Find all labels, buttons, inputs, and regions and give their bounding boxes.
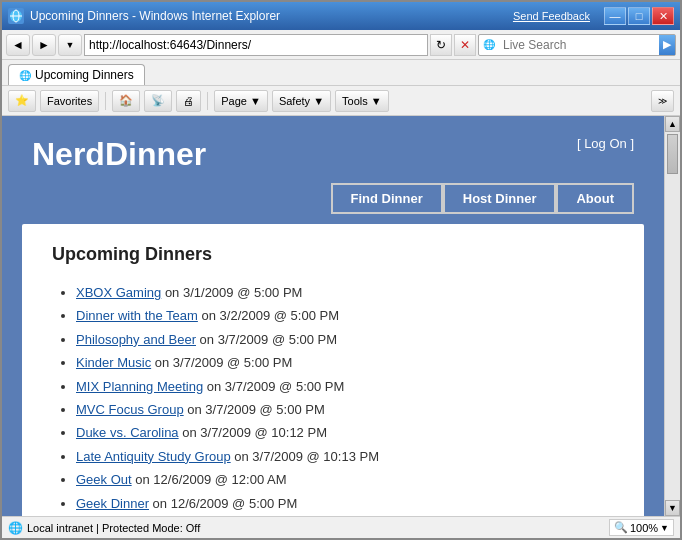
dinner-meta: on 3/7/2009 @ 5:00 PM xyxy=(196,332,337,347)
dinner-link[interactable]: Philosophy and Beer xyxy=(76,332,196,347)
favorites-label: Favorites xyxy=(47,95,92,107)
safety-button[interactable]: Safety ▼ xyxy=(272,90,331,112)
refresh-button[interactable]: ↻ xyxy=(430,34,452,56)
find-dinner-nav-button[interactable]: Find Dinner xyxy=(331,183,443,214)
favorites-star-button[interactable]: ⭐ xyxy=(8,90,36,112)
dinner-link[interactable]: Duke vs. Carolina xyxy=(76,425,179,440)
list-item: MIX Planning Meeting on 3/7/2009 @ 5:00 … xyxy=(76,375,614,398)
page-button[interactable]: Page ▼ xyxy=(214,90,268,112)
main-content: Upcoming Dinners XBOX Gaming on 3/1/2009… xyxy=(22,224,644,516)
browser-tab-upcoming-dinners[interactable]: 🌐 Upcoming Dinners xyxy=(8,64,145,85)
dinner-meta: on 3/7/2009 @ 5:00 PM xyxy=(203,379,344,394)
toolbar-separator-2 xyxy=(207,92,208,110)
window-controls: — □ ✕ xyxy=(604,7,674,25)
tools-button[interactable]: Tools ▼ xyxy=(335,90,389,112)
site-nav: Find Dinner Host Dinner About xyxy=(2,183,664,224)
dinner-meta: on 3/7/2009 @ 10:13 PM xyxy=(231,449,379,464)
list-item: MVC Focus Group on 3/7/2009 @ 5:00 PM xyxy=(76,398,614,421)
site-title: NerdDinner xyxy=(32,136,206,173)
back-button[interactable]: ◄ xyxy=(6,34,30,56)
list-item: Duke vs. Carolina on 3/7/2009 @ 10:12 PM xyxy=(76,421,614,444)
dinner-link[interactable]: XBOX Gaming xyxy=(76,285,161,300)
send-feedback-link[interactable]: Send Feedback xyxy=(513,10,590,22)
maximize-button[interactable]: □ xyxy=(628,7,650,25)
section-title: Upcoming Dinners xyxy=(52,244,614,265)
minimize-button[interactable]: — xyxy=(604,7,626,25)
list-item: XBOX Gaming on 3/1/2009 @ 5:00 PM xyxy=(76,281,614,304)
tab-icon: 🌐 xyxy=(19,70,31,81)
scrollbar-up-button[interactable]: ▲ xyxy=(665,116,680,132)
dinner-meta: on 3/7/2009 @ 5:00 PM xyxy=(151,355,292,370)
about-nav-button[interactable]: About xyxy=(556,183,634,214)
browser-window: Upcoming Dinners - Windows Internet Expl… xyxy=(0,0,682,540)
page-content: NerdDinner [ Log On ] Find Dinner Host D… xyxy=(2,116,664,516)
list-item: Geek Dinner on 12/6/2009 @ 5:00 PM xyxy=(76,492,614,515)
nav-bar: ◄ ► ▼ ↻ ✕ 🌐 ▶ xyxy=(2,30,680,60)
list-item: Philosophy and Beer on 3/7/2009 @ 5:00 P… xyxy=(76,328,614,351)
print-button[interactable]: 🖨 xyxy=(176,90,201,112)
home-button[interactable]: 🏠 xyxy=(112,90,140,112)
more-tools-button[interactable]: ≫ xyxy=(651,90,674,112)
search-go-button[interactable]: ▶ xyxy=(659,35,675,55)
title-bar: Upcoming Dinners - Windows Internet Expl… xyxy=(2,2,680,30)
zoom-level: 100% xyxy=(630,522,658,534)
list-item: Late Antiquity Study Group on 3/7/2009 @… xyxy=(76,445,614,468)
title-bar-left: Upcoming Dinners - Windows Internet Expl… xyxy=(8,8,280,24)
search-icon: 🌐 xyxy=(479,39,499,50)
log-on-link[interactable]: [ Log On ] xyxy=(577,136,634,151)
dropdown-button[interactable]: ▼ xyxy=(58,34,82,56)
dinner-link[interactable]: Late Antiquity Study Group xyxy=(76,449,231,464)
dinner-meta: on 3/1/2009 @ 5:00 PM xyxy=(161,285,302,300)
status-text: Local intranet | Protected Mode: Off xyxy=(27,522,200,534)
scrollbar-thumb[interactable] xyxy=(667,134,678,174)
favorites-button[interactable]: Favorites xyxy=(40,90,99,112)
dinner-list: XBOX Gaming on 3/1/2009 @ 5:00 PMDinner … xyxy=(52,281,614,515)
tab-label: Upcoming Dinners xyxy=(35,68,134,82)
zoom-dropdown-icon: ▼ xyxy=(660,523,669,533)
forward-button[interactable]: ► xyxy=(32,34,56,56)
tab-bar: 🌐 Upcoming Dinners xyxy=(2,60,680,86)
dinner-meta: on 12/6/2009 @ 5:00 PM xyxy=(149,496,297,511)
close-button[interactable]: ✕ xyxy=(652,7,674,25)
toolbar-separator-1 xyxy=(105,92,106,110)
list-item: Dinner with the Team on 3/2/2009 @ 5:00 … xyxy=(76,304,614,327)
status-icon: 🌐 xyxy=(8,521,23,535)
zoom-control[interactable]: 🔍 100% ▼ xyxy=(609,519,674,536)
dinner-link[interactable]: Kinder Music xyxy=(76,355,151,370)
host-dinner-nav-button[interactable]: Host Dinner xyxy=(443,183,557,214)
dinner-meta: on 3/7/2009 @ 10:12 PM xyxy=(179,425,327,440)
dinner-meta: on 3/7/2009 @ 5:00 PM xyxy=(184,402,325,417)
site-header: NerdDinner [ Log On ] xyxy=(2,116,664,183)
scrollbar: ▲ ▼ xyxy=(664,116,680,516)
page-area: NerdDinner [ Log On ] Find Dinner Host D… xyxy=(2,116,680,516)
dinner-link[interactable]: MIX Planning Meeting xyxy=(76,379,203,394)
dinner-link[interactable]: Geek Dinner xyxy=(76,496,149,511)
list-item: Kinder Music on 3/7/2009 @ 5:00 PM xyxy=(76,351,614,374)
zoom-icon: 🔍 xyxy=(614,521,628,534)
ie-icon xyxy=(8,8,24,24)
rss-button[interactable]: 📡 xyxy=(144,90,172,112)
dinner-meta: on 12/6/2009 @ 12:00 AM xyxy=(132,472,287,487)
search-input[interactable] xyxy=(499,34,659,56)
browser-toolbar: ⭐ Favorites 🏠 📡 🖨 Page ▼ Safety ▼ Tools … xyxy=(2,86,680,116)
stop-button[interactable]: ✕ xyxy=(454,34,476,56)
window-title: Upcoming Dinners - Windows Internet Expl… xyxy=(30,9,280,23)
list-item: Geek Out on 12/6/2009 @ 12:00 AM xyxy=(76,468,614,491)
dinner-link[interactable]: MVC Focus Group xyxy=(76,402,184,417)
dinner-link[interactable]: Dinner with the Team xyxy=(76,308,198,323)
scrollbar-down-button[interactable]: ▼ xyxy=(665,500,680,516)
scrollbar-track[interactable] xyxy=(665,132,680,500)
dinner-meta: on 3/2/2009 @ 5:00 PM xyxy=(198,308,339,323)
status-bar: 🌐 Local intranet | Protected Mode: Off 🔍… xyxy=(2,516,680,538)
dinner-link[interactable]: Geek Out xyxy=(76,472,132,487)
address-bar[interactable] xyxy=(84,34,428,56)
